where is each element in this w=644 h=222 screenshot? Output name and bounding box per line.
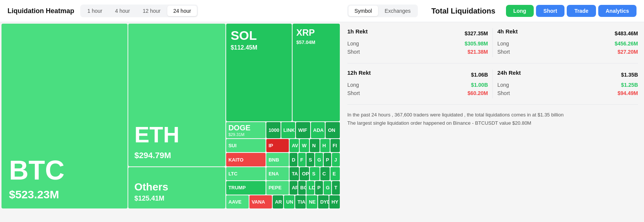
action-buttons: Long Short Trade Analytics xyxy=(506,5,636,17)
coin-link: LINK xyxy=(281,122,296,138)
divider-v2 xyxy=(492,69,493,98)
btc-label: BTC xyxy=(9,157,120,184)
tab-12hour[interactable]: 12 hour xyxy=(137,6,166,16)
mid-col: ETH $294.79M Others $125.41M xyxy=(128,24,225,208)
stats-panel: 1h Rekt $327.35M Long $305.98M Short $21… xyxy=(341,22,644,222)
coin-f: F xyxy=(298,153,306,166)
coin-pepe: PEPE xyxy=(266,181,289,194)
coin-s2: S xyxy=(306,153,314,166)
others-label: Others xyxy=(134,181,219,193)
coin-d: D xyxy=(290,153,297,166)
others-block: Others $125.41M xyxy=(128,167,225,208)
coin-bnb: BNB xyxy=(266,153,289,166)
stats-24h-short: $94.49M xyxy=(618,90,638,96)
total-liquidations-heading: Total Liquidations xyxy=(431,7,495,15)
top-row: SOL $112.45M XRP $57.04M xyxy=(226,24,340,121)
coin-ne: NE xyxy=(306,195,317,208)
coin-hy: HY xyxy=(329,195,340,208)
trump-block: TRUMP xyxy=(226,181,266,194)
stats-12h-long-label: Long xyxy=(347,82,359,88)
btc-block: BTC $523.23M xyxy=(2,24,128,208)
sui-label: SUI xyxy=(228,143,237,148)
stats-12h-title-row: 12h Rekt $1.06B xyxy=(347,69,488,80)
analytics-button[interactable]: Analytics xyxy=(598,5,636,17)
coin-n: N xyxy=(310,139,319,152)
sol-label: SOL xyxy=(231,28,287,43)
coin-ena: ENA xyxy=(266,167,289,180)
stats-4h-short-row: Short $27.20M xyxy=(497,49,638,55)
stats-12h-long: $1.00B xyxy=(471,82,488,88)
coin-g: G xyxy=(315,153,323,166)
info-section: In the past 24 hours , 367,600 traders w… xyxy=(347,105,638,133)
stats-12h: 12h Rekt $1.06B Long $1.00B Short $60.20… xyxy=(347,69,488,98)
stats-short-label: Short xyxy=(347,49,360,55)
stats-1h-title-row: 1h Rekt $327.35M xyxy=(347,28,488,38)
stats-4h-long-row: Long $456.26M xyxy=(497,41,638,47)
coin-w: W xyxy=(300,139,309,152)
bottom-rows: DOGE $29.31M 1000 LINK WIF ADA ON SUI xyxy=(226,122,340,208)
coin-h: H xyxy=(320,139,330,152)
coin-j: J xyxy=(332,153,340,166)
sui-row: SUI IP AV W N H FI xyxy=(226,139,340,152)
coin-op: OP xyxy=(300,167,309,180)
coin-e: E xyxy=(330,167,340,180)
coin-p2: P xyxy=(315,181,323,194)
stats-24h-total: $1.35B xyxy=(621,72,638,78)
right-col: SOL $112.45M XRP $57.04M DOGE $29.31M xyxy=(226,24,340,208)
coin-p: P xyxy=(324,153,332,166)
coin-ap: AP xyxy=(290,181,297,194)
ltc-row: LTC ENA TA OP S C E xyxy=(226,167,340,180)
tab-symbol[interactable]: Symbol xyxy=(348,6,378,16)
stats-1h-title: 1h Rekt xyxy=(347,28,368,35)
symbol-exchanges-group: Symbol Exchanges xyxy=(347,5,418,17)
kaito-label: KAITO xyxy=(228,157,243,163)
trump-row: TRUMP PEPE AP BCH LDO P G T xyxy=(226,181,340,194)
stats-12h-short-label: Short xyxy=(347,90,360,96)
ltc-label: LTC xyxy=(228,171,237,177)
tab-exchanges[interactable]: Exchanges xyxy=(379,6,417,16)
coin-un: UN xyxy=(284,195,294,208)
sol-block: SOL $112.45M xyxy=(226,24,292,121)
coin-ada: ADA xyxy=(311,122,325,138)
stats-4h-title-row: 4h Rekt $483.46M xyxy=(497,28,638,38)
stats-4h: 4h Rekt $483.46M Long $456.26M Short $27… xyxy=(497,28,638,57)
stats-4h-long-label: Long xyxy=(497,41,509,47)
eth-block: ETH $294.79M xyxy=(128,24,225,166)
stats-12h-title: 12h Rekt xyxy=(347,69,371,76)
coin-dyd: DYD xyxy=(318,195,329,208)
stats-1h: 1h Rekt $327.35M Long $305.98M Short $21… xyxy=(347,28,488,57)
stats-24h-short-label: Short xyxy=(497,90,510,96)
eth-label: ETH xyxy=(134,122,219,148)
doge-label: DOGE xyxy=(228,124,251,132)
trade-button[interactable]: Trade xyxy=(567,5,596,17)
tab-4hour[interactable]: 4 hour xyxy=(109,6,136,16)
stats-1h-long: $305.98M xyxy=(465,41,488,47)
short-button[interactable]: Short xyxy=(536,5,565,17)
stats-12h-short-row: Short $60.20M xyxy=(347,90,488,96)
doge-row: DOGE $29.31M 1000 LINK WIF ADA ON xyxy=(226,122,340,138)
others-value: $125.41M xyxy=(134,195,219,202)
coin-aave: AAVE xyxy=(226,195,249,208)
stats-4h-total: $483.46M xyxy=(615,30,638,36)
coin-s3: S xyxy=(310,167,319,180)
stats-24h-long-label: Long xyxy=(497,82,509,88)
long-button[interactable]: Long xyxy=(506,5,534,17)
coin-t: T xyxy=(332,181,340,194)
coin-ldo: LDO xyxy=(306,181,314,194)
sui-block: SUI xyxy=(226,139,266,152)
coin-c: C xyxy=(320,167,330,180)
coin-tia: TIA xyxy=(295,195,306,208)
tab-1hour[interactable]: 1 hour xyxy=(81,6,108,16)
stats-long-label: Long xyxy=(347,41,359,47)
stats-4h-title: 4h Rekt xyxy=(497,28,518,35)
stats-12h-short: $60.20M xyxy=(468,90,488,96)
stats-4h-short-label: Short xyxy=(497,49,510,55)
stats-1h-total: $327.35M xyxy=(465,30,488,36)
coin-fi: FI xyxy=(330,139,340,152)
info-line2: The largest single liquidation order hap… xyxy=(347,119,638,127)
stats-1h-long-row: Long $305.98M xyxy=(347,41,488,47)
tab-24hour[interactable]: 24 hour xyxy=(167,6,197,16)
time-tabs-group: 1 hour 4 hour 12 hour 24 hour xyxy=(80,5,198,17)
info-line1: In the past 24 hours , 367,600 traders w… xyxy=(347,111,638,119)
stats-12h-long-row: Long $1.00B xyxy=(347,82,488,88)
